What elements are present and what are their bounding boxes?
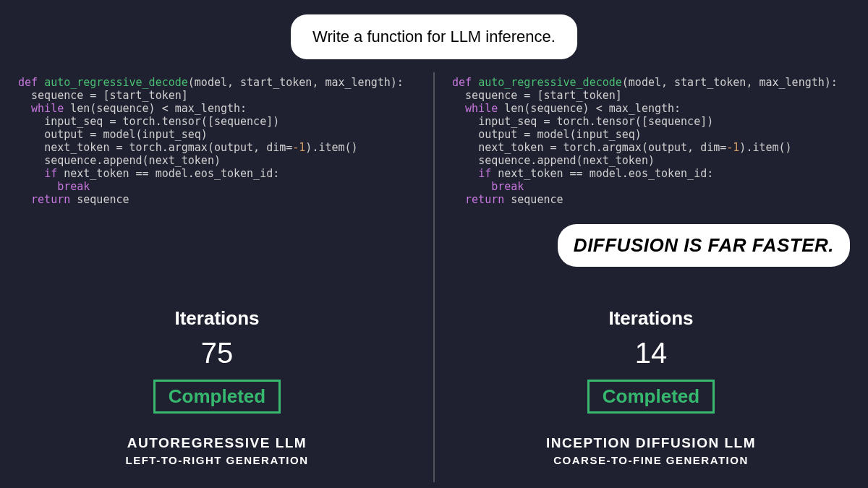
left-stats: Iterations 75 Completed AUTOREGRESSIVE L… (18, 307, 416, 466)
def-keyword: def (452, 76, 472, 89)
fn-params: (model, start_token, max_length): (622, 76, 838, 89)
code-line: output = model(input_seq) (478, 128, 642, 141)
model-subtitle: LEFT-TO-RIGHT GENERATION (18, 454, 416, 466)
columns: def auto_regressive_decode(model, start_… (0, 76, 868, 488)
code-line: sequence (70, 193, 129, 206)
left-code-block: def auto_regressive_decode(model, start_… (18, 76, 416, 206)
code-line: len(sequence) < max_length: (64, 102, 247, 115)
code-line: next_token = torch.argmax(output, dim= (44, 141, 292, 154)
if-keyword: if (478, 167, 491, 180)
break-keyword: break (491, 180, 524, 193)
iterations-value: 75 (18, 337, 416, 369)
iterations-value: 14 (452, 337, 850, 369)
code-line: ).item() (739, 141, 791, 154)
callout-bubble: DIFFUSION IS FAR FASTER. (558, 224, 850, 267)
right-code-block: def auto_regressive_decode(model, start_… (452, 76, 850, 206)
code-line: ).item() (305, 141, 357, 154)
code-line: next_token == model.eos_token_id: (57, 167, 279, 180)
code-line: len(sequence) < max_length: (498, 102, 681, 115)
fn-name: auto_regressive_decode (44, 76, 188, 89)
return-keyword: return (465, 193, 504, 206)
code-line: sequence.append(next_token) (478, 154, 655, 167)
model-title: AUTOREGRESSIVE LLM (18, 435, 416, 451)
code-line: input_seq = torch.tensor([sequence]) (44, 115, 279, 128)
prompt-text: Write a function for LLM inference. (312, 27, 556, 46)
model-title: INCEPTION DIFFUSION LLM (452, 435, 850, 451)
right-column: def auto_regressive_decode(model, start_… (434, 76, 868, 488)
def-keyword: def (18, 76, 38, 89)
code-line: sequence = [start_token] (465, 89, 622, 102)
num-literal: -1 (726, 141, 739, 154)
status-badge: Completed (587, 380, 715, 414)
break-keyword: break (57, 180, 90, 193)
fn-params: (model, start_token, max_length): (188, 76, 404, 89)
num-literal: -1 (292, 141, 305, 154)
code-line: next_token = torch.argmax(output, dim= (478, 141, 726, 154)
model-subtitle: COARSE-TO-FINE GENERATION (452, 454, 850, 466)
prompt-bubble: Write a function for LLM inference. (291, 14, 577, 59)
left-column: def auto_regressive_decode(model, start_… (0, 76, 434, 488)
iterations-label: Iterations (18, 307, 416, 330)
code-line: sequence.append(next_token) (44, 154, 221, 167)
if-keyword: if (44, 167, 57, 180)
code-line: next_token == model.eos_token_id: (491, 167, 713, 180)
callout-text: DIFFUSION IS FAR FASTER. (574, 234, 834, 256)
while-keyword: while (465, 102, 498, 115)
while-keyword: while (31, 102, 64, 115)
status-badge: Completed (153, 380, 281, 414)
code-line: sequence = [start_token] (31, 89, 188, 102)
right-stats: Iterations 14 Completed INCEPTION DIFFUS… (452, 307, 850, 466)
return-keyword: return (31, 193, 70, 206)
iterations-label: Iterations (452, 307, 850, 330)
fn-name: auto_regressive_decode (478, 76, 622, 89)
code-line: sequence (504, 193, 563, 206)
code-line: input_seq = torch.tensor([sequence]) (478, 115, 713, 128)
code-line: output = model(input_seq) (44, 128, 208, 141)
